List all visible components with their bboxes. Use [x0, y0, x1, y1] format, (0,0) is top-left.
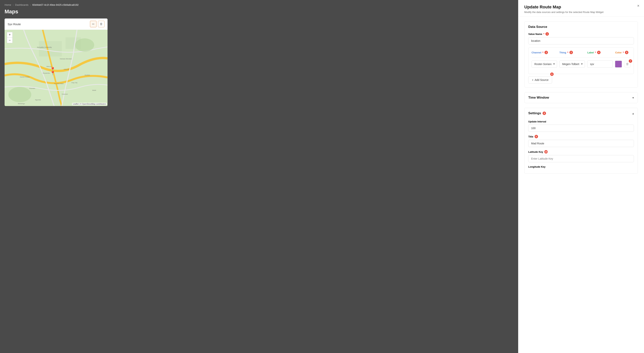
edit-icon: ✏	[92, 22, 94, 26]
color-header: Color * 5	[615, 51, 628, 54]
plus-icon: +	[532, 78, 534, 82]
left-panel: Home › Dashboards › 60d4de07-4c1f-49ee-9…	[0, 0, 518, 353]
breadcrumb-id: 60d4de07-4c1f-49ee-9425-c5b9a8ca8192	[32, 4, 78, 6]
color-cell	[615, 61, 622, 68]
map-zoom-controls: + −	[7, 32, 12, 43]
latitude-key-badge: 10	[544, 150, 548, 154]
source-table-row: Roster-Soriano Megen-Tolbert	[532, 58, 631, 71]
map-widget-actions: ✏ 🗑	[90, 21, 104, 27]
map-roads-svg: Kenyatta University Kahawa West Kasarani…	[4, 30, 108, 106]
data-source-section: Data Source Value Name * 1 Channel	[524, 21, 638, 88]
zoom-out-button[interactable]: −	[7, 38, 12, 43]
map-widget: Syv Route ✏ 🗑	[4, 18, 108, 106]
title-field: Title 9	[528, 135, 634, 147]
delete-badge: 7	[629, 59, 632, 63]
svg-rect-1	[39, 41, 62, 56]
settings-title-wrapper: Settings 8	[528, 111, 546, 115]
settings-body: Update Interval Title 9 Latitude Key	[524, 118, 638, 174]
color-swatch[interactable]	[615, 61, 622, 68]
title-badge: 9	[534, 135, 538, 138]
svg-text:Kahawa West: Kahawa West	[54, 83, 64, 84]
data-source-title: Data Source	[524, 22, 638, 32]
label-input[interactable]	[587, 60, 613, 68]
add-source-badge: 6	[550, 72, 554, 76]
value-name-required: *	[543, 32, 544, 36]
sidebar-content: Data Source Value Name * 1 Channel	[518, 17, 644, 353]
svg-text:Babadogo: Babadogo	[18, 103, 25, 104]
map-container: Kenyatta University Kahawa West Kasarani…	[4, 30, 108, 106]
svg-text:Kenyatta University: Kenyatta University	[37, 46, 52, 48]
time-window-header[interactable]: Time Window ▾	[524, 92, 638, 103]
time-window-section: Time Window ▾	[524, 92, 638, 103]
svg-text:Kasarani: Kasarani	[62, 93, 68, 95]
svg-text:Mwiki: Mwiki	[92, 90, 96, 91]
latitude-key-field: Latitude Key 10	[528, 150, 634, 162]
value-name-badge: 1	[546, 32, 549, 36]
time-window-title: Time Window	[528, 96, 549, 100]
trash-icon: 🗑	[100, 22, 103, 26]
label-header: Label * 4	[588, 51, 613, 54]
longitude-key-label-row: Longitude Key	[528, 165, 634, 168]
sidebar-subtitle: Modify the data sources and settings for…	[524, 11, 638, 14]
map-widget-title: Syv Route	[8, 22, 21, 26]
add-source-button[interactable]: + Add Source	[528, 76, 552, 84]
channel-header: Channel * 2	[532, 51, 557, 54]
sidebar-title: Update Route Map	[524, 4, 638, 10]
map-attribution: Leaflet | © OpenStreetMap contributors	[72, 103, 107, 105]
delete-cell: 🗑 7	[624, 61, 631, 67]
svg-point-4	[75, 38, 94, 52]
value-name-label: Value Name	[528, 32, 542, 36]
svg-text:Kahawa Wendani: Kahawa Wendani	[60, 58, 72, 60]
page-title: Maps	[0, 8, 518, 18]
map-delete-button[interactable]: 🗑	[98, 21, 104, 27]
source-table-inner: Channel * 2 Thing * 3 Label	[528, 48, 634, 74]
settings-chevron-icon: ▴	[632, 112, 634, 115]
svg-text:Clay City: Clay City	[71, 82, 78, 84]
thing-select[interactable]: Megen-Tolbert	[559, 60, 585, 68]
trash-row-icon: 🗑	[626, 62, 629, 66]
breadcrumb-dashboards[interactable]: Dashboards	[15, 4, 28, 6]
breadcrumb-home[interactable]: Home	[4, 4, 11, 6]
source-table: Channel * 2 Thing * 3 Label	[528, 48, 634, 84]
settings-title: Settings	[528, 111, 541, 115]
value-name-label-row: Value Name * 1	[528, 32, 634, 36]
map-widget-header: Syv Route ✏ 🗑	[4, 18, 108, 30]
longitude-key-field: Longitude Key	[528, 165, 634, 168]
time-window-chevron-icon: ▾	[632, 96, 634, 100]
add-source-wrapper: + Add Source 6	[528, 74, 552, 84]
svg-text:Githurai: Githurai	[64, 68, 69, 70]
svg-text:📍: 📍	[50, 70, 56, 76]
settings-header[interactable]: Settings 8 ▴	[524, 108, 638, 118]
svg-text:Garden Estate: Garden Estate	[20, 76, 30, 78]
title-input[interactable]	[528, 140, 634, 147]
breadcrumb-sep1: ›	[13, 4, 14, 6]
value-name-input[interactable]	[528, 37, 634, 44]
title-label-row: Title 9	[528, 135, 634, 138]
svg-text:Ngumba: Ngumba	[35, 99, 41, 101]
thing-header: Thing * 3	[559, 51, 585, 54]
settings-section: Settings 8 ▴ Update Interval Title	[524, 108, 638, 174]
right-panel: × Update Route Map Modify the data sourc…	[518, 0, 644, 353]
svg-text:Hunters: Hunters	[85, 74, 90, 76]
latitude-key-input[interactable]	[528, 155, 634, 162]
close-button[interactable]: ×	[637, 4, 640, 8]
sidebar-header: × Update Route Map Modify the data sourc…	[518, 0, 644, 17]
latitude-key-label-row: Latitude Key 10	[528, 150, 634, 154]
settings-badge: 8	[542, 112, 546, 115]
channel-select[interactable]: Roster-Soriano	[532, 60, 557, 68]
breadcrumb: Home › Dashboards › 60d4de07-4c1f-49ee-9…	[0, 0, 518, 8]
map-background: Kenyatta University Kahawa West Kasarani…	[4, 30, 108, 106]
update-interval-input[interactable]	[528, 124, 634, 132]
svg-text:Roysambu: Roysambu	[43, 72, 50, 74]
source-table-headers: Channel * 2 Thing * 3 Label	[532, 51, 631, 58]
update-interval-field: Update Interval	[528, 120, 634, 132]
map-edit-button[interactable]: ✏	[90, 21, 96, 27]
svg-text:Ruaraka: Ruaraka	[29, 88, 35, 89]
update-interval-label: Update Interval	[528, 120, 634, 123]
data-source-body: Value Name * 1 Channel * 2	[524, 32, 638, 87]
svg-point-3	[8, 87, 31, 102]
breadcrumb-sep2: ›	[30, 4, 31, 6]
zoom-in-button[interactable]: +	[7, 32, 12, 38]
